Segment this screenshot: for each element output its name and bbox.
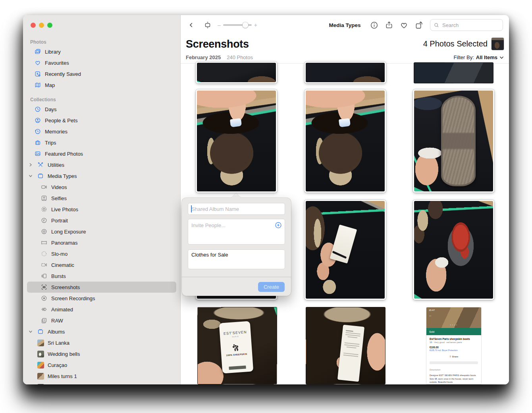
favourite-heart-icon[interactable] (400, 21, 408, 29)
selected-count-label: 4 Photos Selected (423, 39, 488, 48)
main-content: – + Media Types (181, 15, 509, 384)
back-button[interactable] (187, 22, 196, 28)
zoom-slider-track[interactable] (223, 24, 252, 26)
sidebar-item-label: Portrait (51, 218, 68, 224)
sidebar-item-featured-photos[interactable]: Featured Photos (27, 148, 176, 159)
aspect-zoom-button[interactable] (202, 21, 213, 29)
popover-divider (182, 277, 291, 277)
sidebar-item-favourites[interactable]: Favourites (27, 57, 176, 68)
sidebar-item-label: Curaçao (48, 362, 67, 368)
month-label: February 2025 (186, 54, 221, 60)
sidebar-item-long-exposure[interactable]: Long Exposure (27, 226, 176, 237)
cinematic-icon (40, 262, 48, 268)
sidebar-item-animated[interactable]: Animated (27, 304, 176, 315)
sidebar-item-live-photos[interactable]: Live Photos (27, 204, 176, 215)
sidebar-album-sri-lanka[interactable]: Sri Lanka (27, 337, 176, 348)
filter-by-dropdown[interactable]: Filter By: All Items (454, 54, 504, 60)
sidebar-item-label: Live Photos (51, 206, 78, 212)
sidebar-item-slo-mo[interactable]: Slo-mo (27, 248, 176, 259)
zoom-slider-knob[interactable] (242, 22, 248, 28)
shared-album-name-field[interactable] (188, 203, 285, 214)
long-exposure-icon (40, 228, 48, 235)
sidebar-item-raw[interactable]: R RAW (27, 315, 176, 326)
chevron-right-icon[interactable] (28, 163, 33, 167)
comment-textarea[interactable]: Clothes for Sale (191, 252, 281, 267)
sidebar-item-portrait[interactable]: Portrait (27, 215, 176, 226)
sidebar-item-label: Library (45, 49, 61, 55)
screen-recording-icon (40, 295, 48, 301)
video-camera-icon (40, 184, 48, 190)
photo-thumbnail-selected[interactable] (305, 89, 386, 193)
shared-album-name-input[interactable] (188, 203, 285, 214)
photo-count-label: 240 Photos (227, 54, 253, 60)
sidebar-item-videos[interactable]: Videos (27, 181, 176, 193)
sidebar-item-utilities[interactable]: Utilities (27, 159, 176, 170)
photo-thumbnail[interactable] (196, 62, 277, 83)
listing-price: €100.00 (430, 346, 478, 349)
sidebar-item-label: Map (45, 82, 55, 88)
search-field[interactable] (430, 19, 503, 31)
photo-thumbnail-selected[interactable] (413, 89, 494, 193)
sidebar-item-label: Favourites (45, 60, 69, 66)
sidebar-item-label: Videos (51, 184, 67, 190)
panorama-icon (40, 239, 48, 246)
sidebar-album-partial[interactable] (27, 382, 176, 384)
page-title: Screenshots (186, 38, 249, 50)
info-icon[interactable] (370, 21, 378, 29)
sidebar-item-memories[interactable]: Memories (27, 126, 176, 137)
photo-thumbnail[interactable]: 15:47 ← • • • • Sold Est'Seven Paris she… (426, 307, 482, 384)
zoom-in-label[interactable]: + (254, 22, 257, 28)
comment-field[interactable]: Clothes for Sale (188, 250, 285, 269)
sidebar-item-library[interactable]: Library (27, 46, 176, 57)
invite-people-field[interactable]: Invite People... (188, 219, 285, 244)
sidebar-item-label: Cinematic (51, 262, 74, 268)
sidebar-album-miles-turns-1[interactable]: Miles turns 1 (27, 371, 176, 382)
add-person-icon[interactable] (275, 222, 282, 229)
create-button[interactable]: Create (258, 282, 285, 292)
photo-thumbnail-selected[interactable] (305, 200, 386, 300)
chevron-down-icon (499, 56, 504, 59)
sidebar-item-selfies[interactable]: Selfies (27, 193, 176, 204)
listing-description-label: Description (430, 369, 478, 371)
sidebar-item-people-pets[interactable]: People & Pets (27, 115, 176, 126)
share-icon[interactable] (385, 21, 393, 29)
chevron-down-icon[interactable] (28, 330, 33, 333)
sidebar-item-screenshots-selected[interactable]: Screenshots (27, 282, 176, 293)
sidebar-item-albums[interactable]: Albums (27, 326, 176, 337)
boot-size-label (338, 118, 350, 127)
sidebar-item-recently-saved[interactable]: Recently Saved (27, 68, 176, 79)
portrait-f-icon (40, 217, 48, 224)
search-input[interactable] (441, 22, 499, 29)
filter-label: Filter By: (454, 54, 474, 60)
rotate-icon[interactable] (415, 21, 423, 29)
sidebar-album-curacao[interactable]: Curaçao (27, 359, 176, 371)
status-bar-time: 15:47 (429, 309, 435, 311)
sidebar-item-map[interactable]: Map (27, 79, 176, 91)
svg-text:R: R (44, 319, 46, 322)
photo-thumbnail[interactable] (414, 62, 493, 83)
slo-mo-icon (40, 251, 48, 257)
sidebar-item-bursts[interactable]: Bursts (27, 270, 176, 282)
zoom-out-label[interactable]: – (218, 22, 221, 28)
sidebar-item-label: Featured Photos (45, 151, 83, 157)
carousel-dots: • • • • (450, 324, 457, 326)
close-window-button[interactable] (31, 23, 36, 28)
sidebar-item-screen-recordings[interactable]: Screen Recordings (27, 293, 176, 304)
photo-thumbnail[interactable] (305, 62, 386, 83)
minimize-window-button[interactable] (39, 23, 44, 28)
photo-thumbnail-selected[interactable] (413, 200, 494, 300)
photo-thumbnail-selected[interactable] (196, 89, 277, 193)
sidebar-item-trips[interactable]: Trips (27, 137, 176, 148)
sidebar-item-cinematic[interactable]: Cinematic (27, 259, 176, 270)
sidebar-item-panoramas[interactable]: Panoramas (27, 237, 176, 248)
sidebar-item-days[interactable]: Days (27, 104, 176, 115)
listing-price-incl: €105.70 incl. Buyer Protection (430, 349, 478, 351)
chevron-down-icon[interactable] (28, 174, 33, 178)
sidebar-item-label: Screenshots (51, 284, 80, 290)
sidebar-item-media-types[interactable]: Media Types (27, 170, 176, 181)
photo-thumbnail[interactable]: EST'SEVEN PARIS 100% SHEEPSKIN (197, 307, 277, 384)
sidebar-album-wedding-bells[interactable]: Wedding bells (27, 348, 176, 359)
zoom-window-button[interactable] (47, 23, 52, 28)
photo-thumbnail[interactable] (306, 307, 386, 384)
sidebar-item-label: RAW (51, 318, 63, 324)
